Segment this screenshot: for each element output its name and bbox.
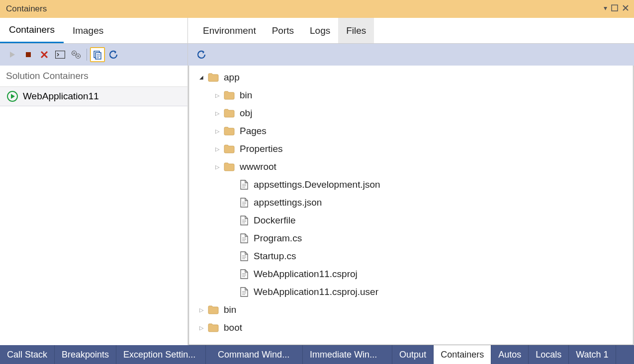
folder-icon [208, 73, 219, 82]
file-icon [240, 269, 249, 279]
svg-point-4 [74, 53, 75, 54]
file-icon [240, 233, 249, 243]
solution-item-webapplication11[interactable]: WebApplication11 [0, 87, 187, 106]
tab-ports[interactable]: Ports [264, 18, 302, 43]
tree-item-label: WebApplication11.csproj.user [254, 287, 378, 297]
bottom-tab-locals[interactable]: Locals [529, 345, 569, 364]
expander-icon[interactable] [198, 307, 205, 313]
bottom-tab-output[interactable]: Output [392, 345, 434, 364]
tree-item-label: bin [224, 304, 236, 315]
right-tab-strip: Environment Ports Logs Files [188, 18, 634, 44]
delete-button[interactable] [37, 47, 52, 62]
svg-point-6 [78, 56, 79, 57]
left-toolbar [0, 44, 187, 66]
bottom-tab-autos[interactable]: Autos [491, 345, 529, 364]
file-icon [240, 216, 249, 225]
tree-item-label: Startup.cs [254, 251, 296, 262]
folder-icon [224, 145, 235, 153]
tree-row-obj[interactable]: obj [189, 104, 633, 122]
folder-icon [224, 127, 235, 136]
bottom-tab-command-window[interactable]: Command Wind... [211, 345, 303, 364]
expander-icon[interactable] [198, 75, 205, 80]
file-icon [240, 287, 249, 297]
tree-row-bin[interactable]: bin [189, 301, 633, 319]
tree-item-label: boot [224, 322, 242, 333]
tree-row-appsettings-json[interactable]: appsettings.json [189, 194, 633, 212]
tree-row-webapplication11-csproj-user[interactable]: WebApplication11.csproj.user [189, 283, 633, 301]
right-panel: Environment Ports Logs Files appbinobjPa… [188, 18, 634, 345]
svg-rect-1 [26, 52, 31, 57]
tree-row-dockerfile[interactable]: Dockerfile [189, 212, 633, 229]
tree-item-label: obj [240, 108, 252, 119]
svg-rect-2 [56, 51, 65, 59]
bottom-tab-breakpoints[interactable]: Breakpoints [55, 345, 116, 364]
tree-item-label: appsettings.json [254, 197, 322, 208]
folder-icon [208, 323, 219, 332]
maximize-icon[interactable] [611, 4, 618, 11]
tab-images[interactable]: Images [64, 18, 112, 43]
tree-item-label: app [224, 72, 240, 83]
folder-icon [224, 162, 235, 171]
left-panel: Containers Images [0, 18, 188, 345]
folder-icon [224, 109, 235, 118]
window-controls: ▾ [604, 4, 629, 12]
expander-icon[interactable] [214, 146, 221, 152]
running-icon [7, 91, 18, 102]
tree-row-properties[interactable]: Properties [189, 140, 633, 158]
folder-icon [224, 162, 235, 171]
expander-icon[interactable] [214, 110, 221, 117]
tree-row-webapplication11-csproj[interactable]: WebApplication11.csproj [189, 265, 633, 283]
tree-item-label: appsettings.Development.json [254, 179, 380, 190]
bottom-tab-exception-settings[interactable]: Exception Settin... [116, 345, 206, 364]
tab-files[interactable]: Files [338, 18, 374, 43]
tab-logs[interactable]: Logs [302, 18, 338, 43]
file-icon [240, 180, 249, 190]
tree-item-label: Program.cs [254, 233, 302, 244]
tree-row-program-cs[interactable]: Program.cs [189, 229, 633, 247]
bottom-tab-containers[interactable]: Containers [434, 345, 491, 364]
expander-icon[interactable] [198, 325, 205, 331]
tree-item-label: Dockerfile [254, 215, 295, 226]
tree-row-bin[interactable]: bin [189, 86, 633, 104]
bottom-tab-immediate-window[interactable]: Immediate Win... [303, 345, 392, 364]
bottom-tab-watch1[interactable]: Watch 1 [569, 345, 616, 364]
terminal-button[interactable] [53, 47, 68, 62]
file-tree[interactable]: appbinobjPagesPropertieswwwrootappsettin… [188, 66, 634, 345]
expander-icon[interactable] [214, 164, 221, 170]
tree-row-app[interactable]: app [189, 69, 633, 86]
file-icon [240, 180, 249, 190]
window-title: Containers [6, 4, 47, 14]
folder-icon [224, 127, 235, 136]
folder-icon [224, 91, 235, 100]
start-button[interactable] [5, 47, 20, 62]
tree-row-appsettings-development-json[interactable]: appsettings.Development.json [189, 176, 633, 194]
copy-button[interactable] [90, 47, 105, 62]
file-icon [240, 216, 249, 225]
tree-row-pages[interactable]: Pages [189, 122, 633, 140]
bottom-tab-strip: Call Stack Breakpoints Exception Settin.… [0, 345, 634, 364]
tab-environment[interactable]: Environment [195, 18, 264, 43]
folder-icon [224, 145, 235, 153]
bottom-tab-call-stack[interactable]: Call Stack [0, 345, 55, 364]
settings-button[interactable] [69, 47, 84, 62]
folder-icon [208, 305, 219, 314]
folder-icon [208, 73, 219, 82]
file-icon [240, 251, 249, 261]
solution-containers-header: Solution Containers [0, 66, 187, 87]
right-toolbar [188, 44, 634, 66]
toolbar-separator [87, 49, 87, 61]
close-icon[interactable] [622, 4, 629, 11]
refresh-files-button[interactable] [194, 47, 209, 62]
file-icon [240, 287, 249, 297]
tree-row-boot[interactable]: boot [189, 319, 633, 337]
expander-icon[interactable] [214, 92, 221, 99]
tab-containers[interactable]: Containers [0, 18, 64, 43]
tree-row-wwwroot[interactable]: wwwroot [189, 158, 633, 176]
window-options-icon[interactable]: ▾ [604, 4, 607, 12]
left-tab-strip: Containers Images [0, 18, 187, 44]
tree-row-startup-cs[interactable]: Startup.cs [189, 247, 633, 265]
tree-item-label: WebApplication11.csproj [254, 269, 358, 280]
expander-icon[interactable] [214, 128, 221, 135]
refresh-button[interactable] [106, 47, 121, 62]
stop-button[interactable] [21, 47, 36, 62]
